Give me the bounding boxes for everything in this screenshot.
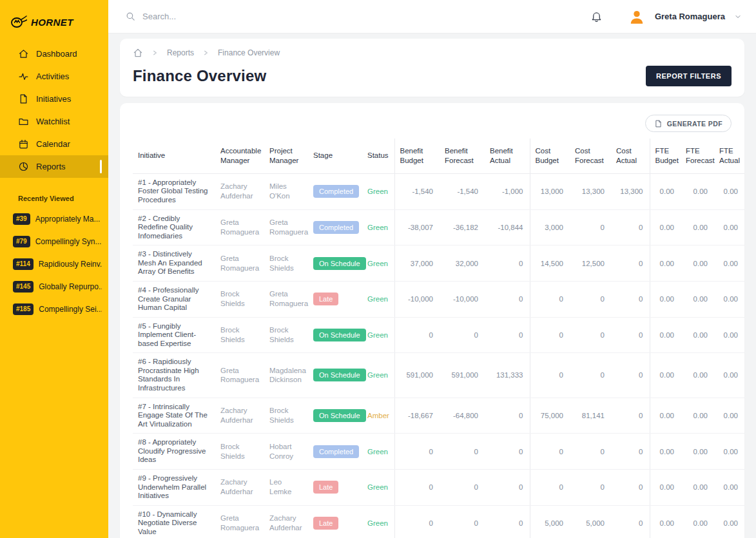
notifications-bell-icon[interactable] — [590, 10, 603, 23]
initiative-cell[interactable]: #1 - Appropriately Foster Global Testing… — [133, 173, 215, 209]
initiative-id-badge: #145 — [13, 281, 34, 293]
benefit-forecast-cell: -64,800 — [440, 398, 485, 434]
breadcrumb-finance-overview: Finance Overview — [218, 48, 280, 57]
status-cell: Green — [362, 317, 394, 353]
stage-badge: Late — [313, 481, 338, 494]
recent-item[interactable]: #114 Rapidiously Reinv... — [0, 253, 108, 275]
initiative-cell[interactable]: #10 - Dynamically Negotiate Diverse Valu… — [133, 505, 215, 538]
sidebar-item-reports[interactable]: Reports — [0, 155, 108, 178]
benefit-actual-cell: 0 — [485, 469, 530, 505]
table-row: #2 - Credibly Redefine Quality Infomedia… — [133, 209, 744, 245]
search-bar — [125, 11, 590, 22]
initiative-cell[interactable]: #7 - Intrinsically Engage State Of The A… — [133, 398, 215, 434]
column-header-initiative: Initiative — [133, 139, 215, 173]
table-row: #9 - Progressively Underwhelm Parallel I… — [133, 469, 744, 505]
stage-badge: Completed — [313, 221, 359, 234]
initiative-cell[interactable]: #3 - Distinctively Mesh An Expanded Arra… — [133, 245, 215, 282]
stage-badge: On Schedule — [313, 257, 366, 270]
generate-pdf-button[interactable]: GENERATE PDF — [645, 115, 732, 132]
status-cell: Amber — [362, 398, 394, 434]
project-manager-cell: Greta Romaguera — [264, 209, 308, 245]
column-header-stage: Stage — [308, 139, 362, 173]
benefit-actual-cell: 0 — [485, 505, 530, 538]
initiative-cell[interactable]: #9 - Progressively Underwhelm Parallel I… — [133, 469, 215, 505]
project-manager-cell: Brock Shields — [264, 317, 308, 353]
project-manager-cell: Magdalena Dickinson — [264, 353, 308, 398]
cost-budget-cell: 3,000 — [530, 209, 570, 245]
stage-badge: On Schedule — [313, 329, 366, 341]
fte-forecast-cell: 0.00 — [681, 173, 714, 209]
cost-forecast-cell: 12,500 — [570, 245, 611, 282]
cost-budget-cell: 0 — [530, 469, 570, 505]
user-avatar[interactable] — [628, 8, 646, 25]
recent-item[interactable]: #145 Globally Repurpo... — [0, 275, 108, 298]
user-name[interactable]: Greta Romaguera — [655, 12, 725, 21]
benefit-forecast-cell: 32,000 — [440, 245, 485, 282]
fte-forecast-cell: 0.00 — [681, 209, 714, 245]
stage-badge: On Schedule — [313, 409, 366, 422]
fte-forecast-cell: 0.00 — [681, 245, 714, 282]
sidebar-item-calendar[interactable]: Calendar — [0, 133, 108, 155]
recent-item[interactable]: #185 Compellingly Sei... — [0, 298, 108, 320]
recent-item-label: Compellingly Sei... — [39, 305, 102, 314]
initiative-cell[interactable]: #4 - Professionally Create Granular Huma… — [133, 281, 215, 317]
fte-forecast-cell: 0.00 — [681, 434, 714, 470]
recent-item[interactable]: #39 Appropriately Ma... — [0, 207, 108, 230]
status-cell: Green — [362, 505, 394, 538]
project-manager-cell: Miles O'Kon — [264, 173, 308, 209]
page-title: Finance Overview — [133, 67, 266, 85]
initiative-id-badge: #185 — [13, 303, 34, 315]
benefit-actual-cell: -10,844 — [485, 209, 530, 245]
status-text: Green — [367, 331, 388, 339]
search-input[interactable] — [142, 12, 349, 21]
sidebar-item-dashboard[interactable]: Dashboard — [0, 43, 108, 65]
status-cell: Green — [362, 209, 394, 245]
report-filters-button[interactable]: REPORT FILTERS — [646, 66, 732, 86]
cost-budget-cell: 5,000 — [530, 505, 570, 538]
table-body: #1 - Appropriately Foster Global Testing… — [133, 173, 744, 538]
chevron-down-icon[interactable] — [734, 13, 742, 21]
cost-forecast-cell: 0 — [570, 469, 611, 505]
cost-budget-cell: 0 — [530, 281, 570, 317]
accountable-manager-cell: Greta Romaguera — [215, 209, 264, 245]
fte-budget-cell: 0.00 — [650, 209, 681, 245]
cost-forecast-cell: 0 — [570, 209, 611, 245]
initiative-cell[interactable]: #2 - Credibly Redefine Quality Infomedia… — [133, 209, 215, 245]
table-toolbar: GENERATE PDF — [120, 103, 744, 139]
fte-budget-cell: 0.00 — [650, 317, 681, 353]
sidebar-item-activities[interactable]: Activities — [0, 65, 108, 88]
app-root: HORNET Dashboard Activities Initiatives … — [0, 0, 756, 538]
recent-item-label: Compellingly Syn... — [35, 237, 102, 246]
initiative-cell[interactable]: #6 - Rapidiously Procrastinate High Stan… — [133, 353, 215, 398]
benefit-budget-cell: -18,667 — [394, 398, 440, 434]
benefit-forecast-cell: -10,000 — [440, 281, 485, 317]
generate-pdf-label: GENERATE PDF — [667, 120, 722, 128]
table-row: #3 - Distinctively Mesh An Expanded Arra… — [133, 245, 744, 282]
project-manager-cell: Brock Shields — [264, 398, 308, 434]
fte-actual-cell: 0.00 — [714, 398, 744, 434]
sidebar-item-initiatives[interactable]: Initiatives — [0, 88, 108, 110]
fte-forecast-cell: 0.00 — [681, 505, 714, 538]
benefit-budget-cell: -10,000 — [394, 281, 440, 317]
sidebar-item-watchlist[interactable]: Watchlist — [0, 110, 108, 133]
column-header-benefit-actual: Benefit Actual — [485, 139, 530, 173]
recently-viewed-heading: Recently Viewed — [0, 195, 108, 202]
table-row: #8 - Appropriately Cloudify Progressive … — [133, 434, 744, 470]
benefit-forecast-cell: 0 — [440, 434, 485, 470]
breadcrumb-home-icon[interactable] — [133, 48, 143, 58]
column-header-fte-forecast: FTE Forecast — [681, 139, 714, 173]
fte-budget-cell: 0.00 — [650, 469, 681, 505]
recent-item[interactable]: #79 Compellingly Syn... — [0, 230, 108, 253]
initiative-cell[interactable]: #5 - Fungibly Implement Client-based Exp… — [133, 317, 215, 353]
sidebar-item-label: Watchlist — [36, 117, 70, 126]
cost-budget-cell: 0 — [530, 353, 570, 398]
cost-forecast-cell: 81,141 — [570, 398, 611, 434]
status-cell: Green — [362, 434, 394, 470]
main-area: Greta Romaguera Reports Finance Overview… — [108, 0, 756, 538]
recent-item-label: Appropriately Ma... — [35, 215, 101, 224]
breadcrumb-reports[interactable]: Reports — [167, 48, 194, 57]
initiative-cell[interactable]: #8 - Appropriately Cloudify Progressive … — [133, 434, 215, 470]
benefit-forecast-cell: 0 — [440, 469, 485, 505]
sidebar-item-label: Reports — [36, 162, 66, 171]
fte-actual-cell: 0.00 — [714, 353, 744, 398]
